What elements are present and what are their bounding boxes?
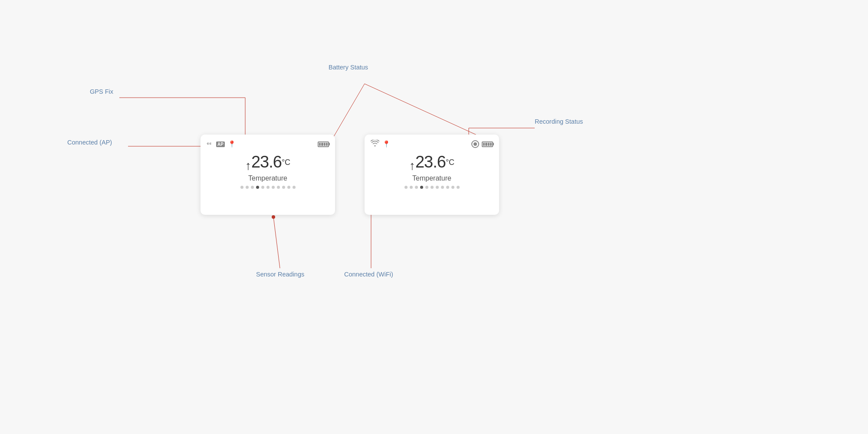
status-icons-right-left-card — [318, 141, 329, 147]
r-dot-4-active — [420, 186, 423, 189]
annotation-battery-status: Battery Status — [329, 64, 368, 71]
record-dot — [473, 142, 477, 146]
device-card-left: ⤆ AP 📍 ↑23.6°C Tempera — [201, 135, 335, 215]
dot-6 — [266, 186, 270, 189]
sensor-label-right: Temperature — [371, 174, 493, 182]
r-dot-11 — [457, 186, 460, 189]
r-dot-6 — [431, 186, 434, 189]
dot-4-active — [256, 186, 259, 189]
status-icons-left: ⤆ AP 📍 — [207, 140, 236, 148]
annotation-lines — [0, 0, 868, 434]
r-dot-8 — [441, 186, 444, 189]
annotation-gps-fix: GPS Fix — [90, 88, 113, 95]
battery-icon-right — [482, 141, 493, 147]
sensor-reading-right: ↑23.6°C — [371, 151, 493, 174]
diagram-container: Battery Status GPS Fix Connected (AP) Re… — [0, 0, 868, 434]
annotation-connected-wifi: Connected (WiFi) — [344, 271, 393, 278]
r-dot-7 — [436, 186, 439, 189]
dot-8 — [277, 186, 280, 189]
status-bar-left: ⤆ AP 📍 — [207, 140, 329, 148]
sensor-arrow-right: ↑ — [409, 159, 415, 172]
svg-text:⤆: ⤆ — [207, 140, 211, 147]
r-dot-9 — [446, 186, 449, 189]
svg-point-13 — [272, 215, 275, 219]
dot-2 — [246, 186, 249, 189]
annotation-recording-status: Recording Status — [535, 118, 583, 125]
status-icons-left-right-card: 📍 — [371, 140, 391, 148]
svg-line-12 — [273, 217, 280, 268]
dot-7 — [272, 186, 275, 189]
r-dot-1 — [404, 186, 408, 189]
gps-pin-icon-right: 📍 — [382, 140, 391, 148]
dot-11 — [293, 186, 296, 189]
sensor-unit-right: °C — [446, 158, 454, 167]
device-card-right: 📍 ↑23.6°C Temperature — [365, 135, 499, 215]
record-icon-right — [471, 140, 479, 148]
sensor-value-right: 23.6 — [415, 153, 446, 171]
sensor-reading-left: ↑23.6°C — [207, 151, 329, 174]
battery-icon-left — [318, 141, 329, 147]
r-dot-5 — [425, 186, 428, 189]
annotation-connected-ap: Connected (AP) — [67, 139, 112, 146]
svg-line-0 — [330, 84, 365, 143]
sensor-value-left: 23.6 — [251, 153, 282, 171]
ap-waves-icon: ⤆ — [207, 140, 214, 148]
ap-box-icon: AP — [216, 141, 225, 147]
sensor-label-left: Temperature — [207, 174, 329, 182]
r-dot-2 — [410, 186, 413, 189]
page-dots-left — [207, 186, 329, 189]
status-bar-right: 📍 — [371, 140, 493, 148]
r-dot-3 — [415, 186, 418, 189]
page-dots-right — [371, 186, 493, 189]
r-dot-10 — [451, 186, 454, 189]
sensor-unit-left: °C — [282, 158, 290, 167]
dot-1 — [240, 186, 243, 189]
dot-10 — [287, 186, 290, 189]
sensor-arrow-left: ↑ — [245, 159, 251, 172]
annotation-sensor-readings: Sensor Readings — [256, 271, 304, 278]
gps-pin-icon-left: 📍 — [228, 140, 236, 148]
status-icons-right-right-card — [471, 140, 493, 148]
dot-5 — [261, 186, 264, 189]
dot-3 — [251, 186, 254, 189]
wifi-icon-right — [371, 140, 379, 148]
dot-9 — [282, 186, 285, 189]
